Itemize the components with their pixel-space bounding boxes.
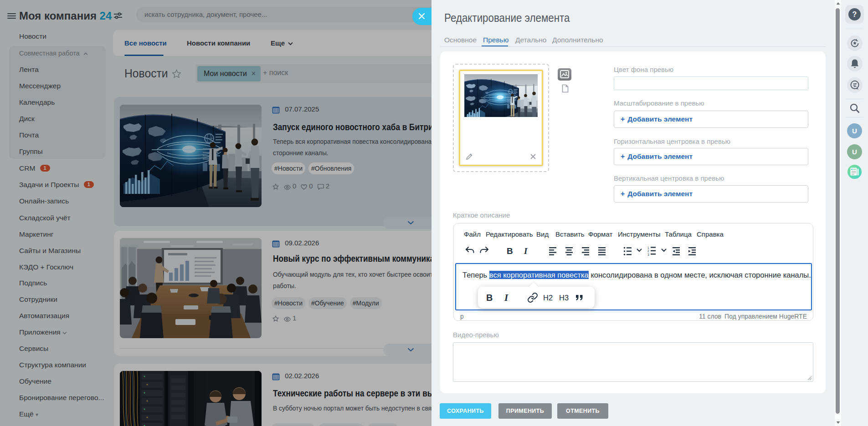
svg-text:H2: H2 xyxy=(543,294,553,302)
svg-text:1: 1 xyxy=(647,246,649,249)
svg-text:B: B xyxy=(486,293,493,303)
svg-text:H3: H3 xyxy=(559,294,569,302)
svg-text:I: I xyxy=(504,292,508,303)
svg-text:2: 2 xyxy=(647,249,649,253)
svg-text:I: I xyxy=(524,246,528,256)
svg-text:B: B xyxy=(507,246,513,256)
svg-text:3: 3 xyxy=(647,253,649,256)
